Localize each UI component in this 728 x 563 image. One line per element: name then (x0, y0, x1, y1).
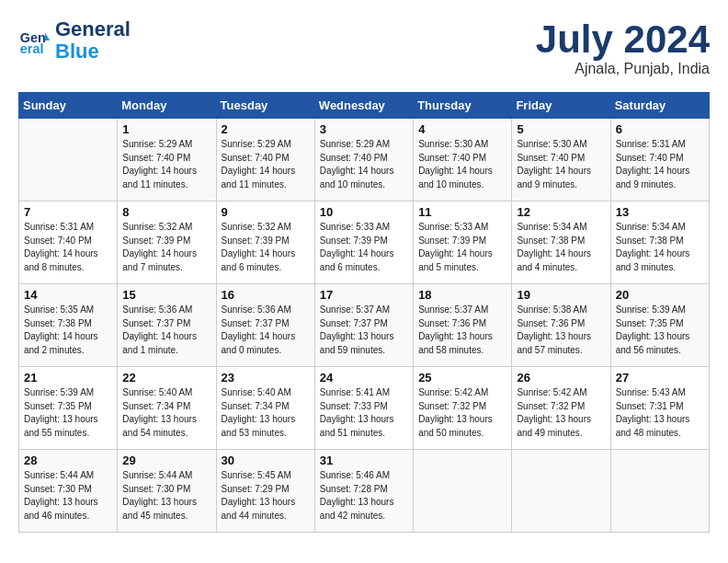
day-number: 18 (418, 288, 506, 302)
calendar-cell: 13Sunrise: 5:34 AMSunset: 7:38 PMDayligh… (610, 201, 709, 284)
day-number: 9 (222, 205, 310, 219)
day-info: Sunrise: 5:33 AMSunset: 7:39 PMDaylight:… (418, 221, 506, 274)
day-number: 31 (320, 454, 408, 467)
day-number: 8 (122, 205, 210, 219)
calendar-cell: 20Sunrise: 5:39 AMSunset: 7:35 PMDayligh… (610, 284, 709, 367)
day-number: 29 (122, 454, 210, 467)
day-number: 6 (616, 122, 704, 136)
day-number: 22 (122, 371, 210, 385)
day-info: Sunrise: 5:33 AMSunset: 7:39 PMDaylight:… (320, 221, 408, 274)
calendar-cell: 22Sunrise: 5:40 AMSunset: 7:34 PMDayligh… (118, 367, 216, 450)
day-number: 1 (122, 122, 210, 136)
day-number: 28 (24, 454, 112, 467)
day-number: 20 (616, 288, 704, 302)
calendar-week-row: 7Sunrise: 5:31 AMSunset: 7:40 PMDaylight… (19, 201, 710, 284)
day-info: Sunrise: 5:29 AMSunset: 7:40 PMDaylight:… (222, 138, 310, 191)
day-number: 12 (517, 205, 605, 219)
day-number: 30 (222, 454, 310, 467)
day-number: 23 (222, 371, 310, 385)
calendar-cell: 27Sunrise: 5:43 AMSunset: 7:31 PMDayligh… (610, 367, 709, 450)
calendar-table: SundayMondayTuesdayWednesdayThursdayFrid… (18, 92, 710, 533)
calendar-cell: 26Sunrise: 5:42 AMSunset: 7:32 PMDayligh… (512, 367, 610, 450)
day-info: Sunrise: 5:39 AMSunset: 7:35 PMDaylight:… (24, 386, 112, 440)
calendar-cell: 15Sunrise: 5:36 AMSunset: 7:37 PMDayligh… (118, 284, 216, 367)
page-header: Gen eral General Blue July 2024 Ajnala, … (18, 18, 710, 77)
day-number: 5 (517, 122, 605, 136)
calendar-cell: 1Sunrise: 5:29 AMSunset: 7:40 PMDaylight… (118, 119, 216, 201)
calendar-cell: 7Sunrise: 5:31 AMSunset: 7:40 PMDaylight… (19, 201, 118, 284)
month-title: July 2024 (536, 18, 710, 61)
svg-text:eral: eral (20, 42, 44, 57)
dow-header: Wednesday (314, 93, 413, 119)
logo: Gen eral General Blue (18, 18, 131, 63)
logo-text: General Blue (55, 18, 131, 63)
day-info: Sunrise: 5:36 AMSunset: 7:37 PMDaylight:… (122, 304, 210, 357)
dow-header: Saturday (610, 93, 709, 119)
day-number: 11 (418, 205, 506, 219)
dow-header: Sunday (19, 93, 118, 119)
calendar-cell: 6Sunrise: 5:31 AMSunset: 7:40 PMDaylight… (610, 119, 709, 201)
day-info: Sunrise: 5:32 AMSunset: 7:39 PMDaylight:… (122, 221, 210, 274)
calendar-cell: 16Sunrise: 5:36 AMSunset: 7:37 PMDayligh… (216, 284, 314, 367)
calendar-cell: 2Sunrise: 5:29 AMSunset: 7:40 PMDaylight… (216, 119, 314, 201)
calendar-cell: 14Sunrise: 5:35 AMSunset: 7:38 PMDayligh… (19, 284, 118, 367)
day-number: 17 (320, 288, 408, 302)
day-info: Sunrise: 5:45 AMSunset: 7:29 PMDaylight:… (222, 469, 310, 523)
day-info: Sunrise: 5:39 AMSunset: 7:35 PMDaylight:… (616, 304, 704, 357)
day-info: Sunrise: 5:46 AMSunset: 7:28 PMDaylight:… (320, 469, 408, 523)
calendar-cell: 17Sunrise: 5:37 AMSunset: 7:37 PMDayligh… (314, 284, 413, 367)
day-number: 13 (616, 205, 704, 219)
calendar-cell: 8Sunrise: 5:32 AMSunset: 7:39 PMDaylight… (118, 201, 216, 284)
calendar-cell: 11Sunrise: 5:33 AMSunset: 7:39 PMDayligh… (414, 201, 512, 284)
day-number: 27 (616, 371, 704, 385)
day-info: Sunrise: 5:35 AMSunset: 7:38 PMDaylight:… (24, 304, 112, 357)
day-info: Sunrise: 5:38 AMSunset: 7:36 PMDaylight:… (517, 304, 605, 357)
day-info: Sunrise: 5:30 AMSunset: 7:40 PMDaylight:… (418, 138, 506, 191)
calendar-cell: 28Sunrise: 5:44 AMSunset: 7:30 PMDayligh… (19, 450, 118, 533)
calendar-cell: 25Sunrise: 5:42 AMSunset: 7:32 PMDayligh… (414, 367, 512, 450)
day-info: Sunrise: 5:34 AMSunset: 7:38 PMDaylight:… (616, 221, 704, 274)
logo-icon: Gen eral (18, 24, 51, 57)
days-of-week-row: SundayMondayTuesdayWednesdayThursdayFrid… (19, 93, 710, 119)
dow-header: Thursday (414, 93, 512, 119)
calendar-cell: 19Sunrise: 5:38 AMSunset: 7:36 PMDayligh… (512, 284, 610, 367)
calendar-cell: 12Sunrise: 5:34 AMSunset: 7:38 PMDayligh… (512, 201, 610, 284)
day-info: Sunrise: 5:37 AMSunset: 7:36 PMDaylight:… (418, 304, 506, 357)
day-number: 4 (418, 122, 506, 136)
day-number: 14 (24, 288, 112, 302)
calendar-week-row: 14Sunrise: 5:35 AMSunset: 7:38 PMDayligh… (19, 284, 710, 367)
day-number: 3 (320, 122, 408, 136)
day-number: 2 (222, 122, 310, 136)
calendar-cell (610, 450, 709, 533)
day-info: Sunrise: 5:36 AMSunset: 7:37 PMDaylight:… (222, 304, 310, 357)
calendar-cell: 3Sunrise: 5:29 AMSunset: 7:40 PMDaylight… (314, 119, 413, 201)
calendar-body: 1Sunrise: 5:29 AMSunset: 7:40 PMDaylight… (19, 119, 710, 533)
calendar-cell (512, 450, 610, 533)
day-info: Sunrise: 5:37 AMSunset: 7:37 PMDaylight:… (320, 304, 408, 357)
day-info: Sunrise: 5:31 AMSunset: 7:40 PMDaylight:… (24, 221, 112, 274)
title-block: July 2024 Ajnala, Punjab, India (536, 18, 710, 77)
day-info: Sunrise: 5:40 AMSunset: 7:34 PMDaylight:… (122, 386, 210, 440)
calendar-cell: 18Sunrise: 5:37 AMSunset: 7:36 PMDayligh… (414, 284, 512, 367)
location: Ajnala, Punjab, India (536, 61, 710, 77)
calendar-cell (19, 119, 118, 201)
day-number: 10 (320, 205, 408, 219)
dow-header: Tuesday (216, 93, 314, 119)
calendar-cell (414, 450, 512, 533)
day-info: Sunrise: 5:43 AMSunset: 7:31 PMDaylight:… (616, 386, 704, 440)
day-number: 19 (517, 288, 605, 302)
day-number: 7 (24, 205, 112, 219)
calendar-cell: 9Sunrise: 5:32 AMSunset: 7:39 PMDaylight… (216, 201, 314, 284)
day-number: 24 (320, 371, 408, 385)
calendar-cell: 10Sunrise: 5:33 AMSunset: 7:39 PMDayligh… (314, 201, 413, 284)
day-info: Sunrise: 5:29 AMSunset: 7:40 PMDaylight:… (320, 138, 408, 191)
day-info: Sunrise: 5:44 AMSunset: 7:30 PMDaylight:… (122, 469, 210, 523)
dow-header: Friday (512, 93, 610, 119)
calendar-cell: 31Sunrise: 5:46 AMSunset: 7:28 PMDayligh… (314, 450, 413, 533)
calendar-cell: 24Sunrise: 5:41 AMSunset: 7:33 PMDayligh… (314, 367, 413, 450)
day-number: 26 (517, 371, 605, 385)
day-number: 16 (222, 288, 310, 302)
calendar-cell: 30Sunrise: 5:45 AMSunset: 7:29 PMDayligh… (216, 450, 314, 533)
day-number: 25 (418, 371, 506, 385)
day-info: Sunrise: 5:34 AMSunset: 7:38 PMDaylight:… (517, 221, 605, 274)
